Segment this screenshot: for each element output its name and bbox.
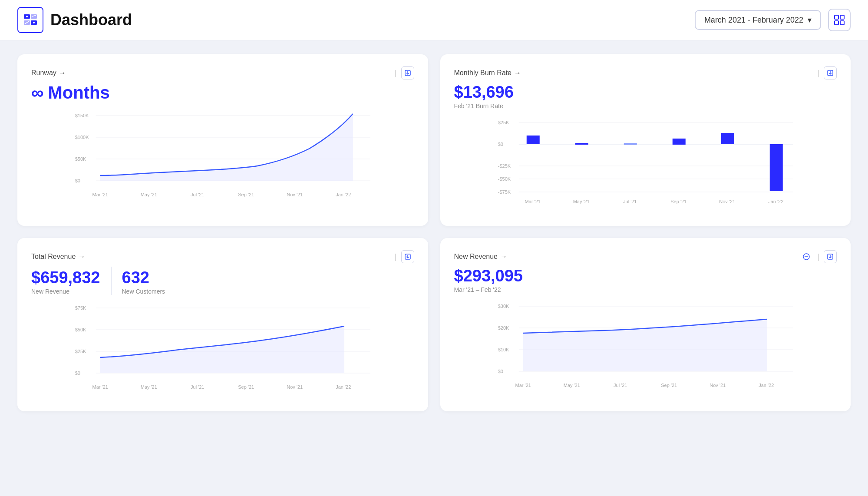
burn-rate-actions: | xyxy=(817,66,837,79)
svg-text:$25K: $25K xyxy=(75,349,86,354)
svg-text:$150K: $150K xyxy=(75,113,89,118)
svg-point-4 xyxy=(26,16,28,17)
svg-text:-$50K: -$50K xyxy=(498,176,511,182)
svg-text:$75K: $75K xyxy=(75,305,86,311)
grid-view-button[interactable] xyxy=(828,9,851,31)
svg-rect-9 xyxy=(840,15,844,19)
svg-text:Jan '22: Jan '22 xyxy=(336,192,351,197)
svg-text:$0: $0 xyxy=(75,370,80,376)
svg-text:Nov '21: Nov '21 xyxy=(719,199,735,204)
svg-text:May '21: May '21 xyxy=(141,384,157,390)
svg-text:Sep '21: Sep '21 xyxy=(238,384,254,390)
burn-rate-arrow-icon: → xyxy=(514,69,521,77)
new-revenue-download-button[interactable] xyxy=(824,250,837,263)
total-revenue-arrow-icon: → xyxy=(78,253,85,261)
svg-text:$0: $0 xyxy=(75,178,80,183)
new-customers-label: New Customers xyxy=(122,288,165,295)
svg-text:Mar '21: Mar '21 xyxy=(515,383,531,388)
new-customers-value: 632 xyxy=(122,268,165,287)
svg-text:Sep '21: Sep '21 xyxy=(670,199,686,204)
svg-rect-43 xyxy=(672,139,685,145)
header-left: Dashboard xyxy=(17,7,132,33)
runway-card: Runway → | ∞ Months $150K xyxy=(17,54,428,226)
svg-text:$0: $0 xyxy=(498,142,503,147)
header-right: March 2021 - February 2022 ▾ xyxy=(695,9,851,31)
date-range-button[interactable]: March 2021 - February 2022 ▾ xyxy=(695,10,821,30)
svg-text:Jan '22: Jan '22 xyxy=(759,383,774,388)
svg-rect-42 xyxy=(624,143,637,145)
download-icon xyxy=(405,70,411,76)
download-icon xyxy=(827,254,833,260)
svg-rect-45 xyxy=(769,144,782,191)
total-revenue-value: $659,832 xyxy=(31,268,100,287)
runway-card-header: Runway → | xyxy=(31,66,414,79)
svg-text:$50K: $50K xyxy=(75,156,86,162)
svg-text:May '21: May '21 xyxy=(141,192,157,197)
svg-text:Jan '22: Jan '22 xyxy=(336,384,351,390)
svg-text:Jan '22: Jan '22 xyxy=(768,199,783,204)
circle-minus-icon xyxy=(803,253,810,260)
burn-rate-card: Monthly Burn Rate → | $13,696 Feb '21 Bu… xyxy=(440,54,851,226)
infinity-icon: ∞ xyxy=(31,83,44,103)
new-revenue-card: New Revenue → | xyxy=(440,238,851,411)
new-revenue-header: New Revenue → | xyxy=(454,250,837,263)
total-revenue-card: Total Revenue → | $659,832 New Revenue xyxy=(17,238,428,411)
runway-value: ∞ Months xyxy=(31,83,414,103)
svg-text:Sep '21: Sep '21 xyxy=(238,192,254,197)
new-revenue-circle-minus-button[interactable] xyxy=(800,250,813,263)
runway-download-button[interactable] xyxy=(401,66,414,79)
total-revenue-metrics: $659,832 New Revenue 632 New Customers xyxy=(31,267,414,295)
svg-text:Nov '21: Nov '21 xyxy=(710,383,726,388)
new-revenue-group: $659,832 New Revenue xyxy=(31,267,111,295)
new-revenue-amount: $293,095 xyxy=(454,267,837,285)
svg-text:Jul '21: Jul '21 xyxy=(614,383,627,388)
svg-rect-44 xyxy=(721,133,734,144)
svg-text:Sep '21: Sep '21 xyxy=(661,383,677,388)
svg-text:$25K: $25K xyxy=(498,120,509,125)
logo-icon xyxy=(17,7,43,33)
svg-text:Nov '21: Nov '21 xyxy=(287,384,303,390)
total-revenue-actions: | xyxy=(395,250,414,263)
total-revenue-header: Total Revenue → | xyxy=(31,250,414,263)
date-range-label: March 2021 - February 2022 xyxy=(704,16,803,25)
new-customers-group: 632 New Customers xyxy=(111,267,176,295)
runway-title: Runway → xyxy=(31,69,66,77)
svg-rect-40 xyxy=(526,136,539,144)
dashboard-grid: Runway → | ∞ Months $150K xyxy=(0,40,868,425)
svg-text:$50K: $50K xyxy=(75,327,86,332)
total-revenue-title: Total Revenue → xyxy=(31,253,85,261)
svg-rect-10 xyxy=(835,21,838,25)
svg-text:$100K: $100K xyxy=(75,135,89,140)
svg-point-5 xyxy=(33,22,35,23)
burn-rate-download-button[interactable] xyxy=(824,66,837,79)
grid-icon xyxy=(834,14,845,26)
svg-rect-8 xyxy=(835,15,838,19)
total-revenue-download-button[interactable] xyxy=(401,250,414,263)
svg-rect-41 xyxy=(575,143,588,145)
runway-actions: | xyxy=(395,66,414,79)
new-revenue-arrow-icon: → xyxy=(500,253,507,261)
new-revenue-card-title: New Revenue → xyxy=(454,253,508,261)
svg-text:Mar '21: Mar '21 xyxy=(92,192,108,197)
burn-rate-header: Monthly Burn Rate → | xyxy=(454,66,837,79)
page-title: Dashboard xyxy=(50,11,132,29)
svg-text:-$75K: -$75K xyxy=(498,189,511,195)
download-icon xyxy=(827,70,833,76)
burn-rate-chart: $25K $0 -$25K -$50K -$75K xyxy=(454,116,837,214)
svg-text:$10K: $10K xyxy=(498,347,509,352)
burn-rate-title: Monthly Burn Rate → xyxy=(454,69,521,77)
burn-rate-value: $13,696 xyxy=(454,83,837,102)
svg-text:$30K: $30K xyxy=(498,304,509,309)
chevron-down-icon: ▾ xyxy=(808,15,812,25)
download-icon xyxy=(405,254,411,260)
svg-text:Jul '21: Jul '21 xyxy=(191,192,204,197)
new-revenue-label: New Revenue xyxy=(31,288,100,295)
svg-rect-11 xyxy=(840,21,844,25)
new-revenue-period: Mar '21 – Feb '22 xyxy=(454,286,837,293)
svg-text:Mar '21: Mar '21 xyxy=(525,199,540,204)
svg-text:May '21: May '21 xyxy=(563,383,580,388)
new-revenue-chart: $30K $20K $10K $0 Mar '21 May '21 Jul '2… xyxy=(454,300,837,397)
svg-text:Jul '21: Jul '21 xyxy=(623,199,637,204)
svg-text:-$25K: -$25K xyxy=(498,163,511,169)
burn-rate-label: Feb '21 Burn Rate xyxy=(454,103,837,109)
